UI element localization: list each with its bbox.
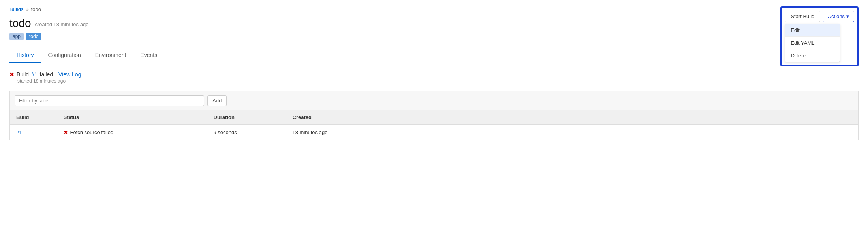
build-link[interactable]: #1	[16, 129, 22, 135]
build-status-banner: ✖ Build #1 failed. View Log started 18 m…	[9, 71, 859, 84]
tab-environment[interactable]: Environment	[88, 48, 133, 63]
tag-todo[interactable]: todo	[26, 33, 41, 40]
tags-row: app todo	[9, 33, 859, 40]
tag-app[interactable]: app	[9, 33, 24, 40]
builds-table: Build Status Duration Created #1 ✖Fetch …	[9, 110, 859, 140]
cell-duration: 9 seconds	[207, 125, 286, 140]
breadcrumb-separator: »	[26, 6, 28, 12]
col-header-status: Status	[57, 110, 207, 125]
tabs: History Configuration Environment Events	[9, 48, 859, 63]
table-row: #1 ✖Fetch source failed 9 seconds 18 min…	[10, 125, 859, 140]
cell-status-text: Fetch source failed	[70, 129, 114, 135]
tab-events[interactable]: Events	[133, 48, 164, 63]
chevron-down-icon: ▾	[846, 13, 849, 19]
tab-history[interactable]: History	[9, 48, 41, 63]
dropdown-item-edit[interactable]: Edit	[785, 24, 840, 36]
page-container: Builds » todo todo created 18 minutes ag…	[0, 0, 868, 233]
cell-status: ✖Fetch source failed	[57, 125, 207, 140]
dropdown-item-edit-yaml[interactable]: Edit YAML	[785, 37, 840, 49]
col-header-build: Build	[10, 110, 57, 125]
table-body: #1 ✖Fetch source failed 9 seconds 18 min…	[10, 125, 859, 140]
build-status-line: ✖ Build #1 failed. View Log	[9, 71, 859, 78]
page-title: todo	[9, 17, 31, 30]
actions-buttons-row: Start Build Actions ▾	[785, 11, 854, 22]
top-actions-panel: Start Build Actions ▾ Edit Edit YAML Del…	[780, 6, 859, 66]
actions-label: Actions	[828, 13, 845, 19]
build-status-text: Build	[17, 71, 29, 78]
dropdown-item-delete[interactable]: Delete	[785, 49, 840, 62]
breadcrumb: Builds » todo	[9, 6, 859, 12]
start-build-button[interactable]: Start Build	[785, 11, 820, 22]
filter-row: Add	[9, 91, 859, 110]
filter-input[interactable]	[15, 95, 204, 106]
actions-button[interactable]: Actions ▾	[823, 11, 854, 22]
cell-created: 18 minutes ago	[286, 125, 859, 140]
actions-dropdown-menu: Edit Edit YAML Delete	[785, 24, 840, 62]
build-started-text: started 18 minutes ago	[17, 78, 859, 84]
failed-text: failed.	[40, 71, 54, 78]
tab-configuration[interactable]: Configuration	[41, 48, 88, 63]
fail-icon: ✖	[9, 71, 14, 78]
cell-build: #1	[10, 125, 57, 140]
title-row: todo created 18 minutes ago	[9, 17, 859, 30]
title-meta: created 18 minutes ago	[35, 21, 89, 27]
build-number-link[interactable]: #1	[31, 71, 38, 78]
add-label-button[interactable]: Add	[207, 95, 227, 106]
view-log-link[interactable]: View Log	[58, 71, 81, 78]
breadcrumb-builds-link[interactable]: Builds	[9, 6, 23, 12]
col-header-created: Created	[286, 110, 859, 125]
col-header-duration: Duration	[207, 110, 286, 125]
table-header: Build Status Duration Created	[10, 110, 859, 125]
breadcrumb-current: todo	[31, 6, 41, 12]
row-fail-icon: ✖	[64, 129, 68, 135]
